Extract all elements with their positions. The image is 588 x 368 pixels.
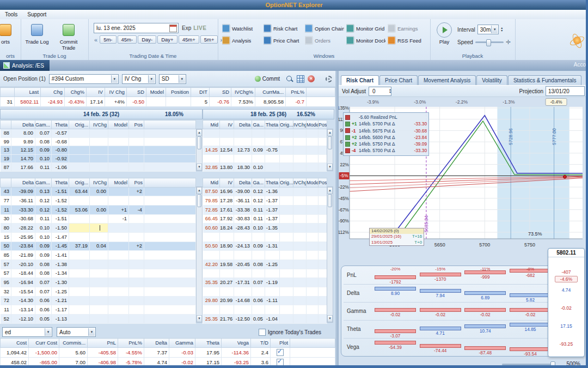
chain-cell[interactable] xyxy=(220,154,234,163)
speed-slider[interactable] xyxy=(475,41,504,43)
chain-cell[interactable] xyxy=(234,305,252,315)
chain-cell[interactable] xyxy=(129,196,144,206)
export-grid-icon[interactable] xyxy=(297,75,304,83)
chain-cell[interactable]: -23.84 xyxy=(11,242,35,251)
chain-cell[interactable]: 0.13 xyxy=(35,187,52,196)
chain-cell[interactable]: -1.45 xyxy=(52,242,69,251)
scroll-thumb[interactable] xyxy=(328,194,332,207)
chain-cell[interactable]: -1.35 xyxy=(265,224,280,233)
chain-cell[interactable]: -1.37 xyxy=(265,205,280,214)
mode-select[interactable]: Auto▾ xyxy=(57,327,96,337)
chain-row[interactable]: 30-30.680.11-1.51-1 xyxy=(1,214,196,224)
chain-cell[interactable] xyxy=(280,260,293,269)
chain-row[interactable] xyxy=(203,287,327,296)
chain-cell[interactable] xyxy=(318,146,327,155)
step-back-fast-button[interactable]: « xyxy=(93,37,99,43)
speed-slider-handle[interactable] xyxy=(486,39,491,46)
chain-cell[interactable]: -18.44 xyxy=(11,269,35,278)
chain-row[interactable]: 32-15.540.07-1.25 xyxy=(1,287,196,296)
chain-cell[interactable]: 25.35 xyxy=(203,314,220,323)
plot-checkbox[interactable] xyxy=(277,359,284,365)
chain-cell[interactable] xyxy=(90,251,108,260)
chain-cell[interactable]: -36.11 xyxy=(234,196,252,206)
chain-row[interactable]: 999.890.08-0.68 xyxy=(1,137,196,146)
chain-cell[interactable] xyxy=(280,224,293,233)
chain-cell[interactable] xyxy=(280,305,293,315)
chain-cell[interactable]: 20.27 xyxy=(220,278,234,287)
chain-row[interactable] xyxy=(203,137,327,146)
live-toggle[interactable]: LIVE xyxy=(193,25,206,31)
chain-cell[interactable]: 72 xyxy=(1,296,11,305)
chain-cell[interactable]: 0.09 xyxy=(252,146,265,155)
chain-row[interactable] xyxy=(203,232,327,242)
reports-button[interactable]: orts xyxy=(0,22,20,50)
chain-cell[interactable] xyxy=(90,129,108,138)
chain-cell[interactable] xyxy=(318,251,327,260)
chain-cell[interactable] xyxy=(129,163,144,172)
chain-cell[interactable] xyxy=(318,260,327,269)
interval-select[interactable]: 30m▾ xyxy=(477,25,499,34)
chain-cell[interactable]: -1.52 xyxy=(52,196,69,206)
chain-cell[interactable]: 0.05 xyxy=(35,314,52,323)
chain-cell[interactable] xyxy=(203,287,220,296)
chain-cell[interactable]: 72.85 xyxy=(203,205,220,214)
chain-cell[interactable] xyxy=(108,305,129,315)
chain-cell[interactable] xyxy=(318,163,327,172)
chain-cell[interactable] xyxy=(129,305,144,315)
chain-row[interactable]: 25.3521.76-12.500.05-1.04 xyxy=(203,314,327,323)
chain-cell[interactable] xyxy=(108,260,129,269)
scroll-down-icon[interactable]: ▼ xyxy=(327,164,333,171)
chain-cell[interactable] xyxy=(108,296,129,305)
chain-cell[interactable]: 20.99 xyxy=(220,296,234,305)
vol-adjust-input[interactable]: 0 ▴▾ xyxy=(369,87,391,96)
chain-cell[interactable] xyxy=(69,314,90,323)
chain-cell[interactable] xyxy=(129,269,144,278)
chain-cell[interactable]: -30.83 xyxy=(234,214,252,224)
chain-cell[interactable]: 18.30 xyxy=(234,163,252,172)
chain-cell[interactable]: 85 xyxy=(1,251,11,260)
chain-cell[interactable] xyxy=(280,287,293,296)
chain-cell[interactable] xyxy=(252,305,265,315)
trade-log-button[interactable]: Trade Log xyxy=(23,22,51,50)
tab-statistics-fundamentals[interactable]: Statistics & Fundamentals xyxy=(508,75,582,85)
chain-cell[interactable] xyxy=(90,163,108,172)
chain-cell[interactable]: 43 xyxy=(1,187,11,196)
chain-cell[interactable]: -33.30 xyxy=(11,205,35,214)
chain-cell[interactable] xyxy=(265,232,280,242)
chain-row[interactable] xyxy=(203,129,327,138)
chain-cell[interactable] xyxy=(307,296,318,305)
ignore-trades-checkbox[interactable] xyxy=(259,329,266,336)
chain-cell[interactable] xyxy=(307,146,318,155)
chain-cell[interactable]: 63.44 xyxy=(69,187,90,196)
scroll-up-icon[interactable]: ▲ xyxy=(327,187,333,194)
chain-cell[interactable] xyxy=(90,146,108,155)
chain-cell[interactable] xyxy=(293,129,307,138)
chain-cell[interactable]: 0.10 xyxy=(35,224,52,233)
chain-cell[interactable] xyxy=(108,196,129,206)
chain-cell[interactable]: 15 xyxy=(1,232,11,242)
chain-cell[interactable]: -1.47 xyxy=(52,232,69,242)
chain-cell[interactable] xyxy=(293,154,307,163)
chain-cell[interactable] xyxy=(234,251,252,260)
chain-cell[interactable]: 9.89 xyxy=(11,137,35,146)
chain-cell[interactable]: -16.94 xyxy=(11,278,35,287)
trading-date-input[interactable]: lu. 13 ene. 2025 xyxy=(94,23,179,33)
chain-cell[interactable]: 12.15 xyxy=(11,146,35,155)
nav-button-5m[interactable]: 5m- xyxy=(100,35,116,44)
chain-cell[interactable] xyxy=(280,163,293,172)
chain-cell[interactable] xyxy=(203,129,220,138)
chain-cell[interactable]: -1.34 xyxy=(52,269,69,278)
chain-cell[interactable] xyxy=(307,163,318,172)
chain-row[interactable]: 1914.700.10-0.92 xyxy=(1,154,196,163)
chain-cell[interactable]: -1.31 xyxy=(265,242,280,251)
plot-checkbox[interactable] xyxy=(277,349,284,356)
chain-cell[interactable]: 0.11 xyxy=(252,214,265,224)
chain-cell[interactable] xyxy=(69,154,90,163)
chain-cell[interactable] xyxy=(108,146,129,155)
chain-cell[interactable]: 0.08 xyxy=(35,269,52,278)
chain-cell[interactable] xyxy=(293,287,307,296)
chain-cell[interactable] xyxy=(69,260,90,269)
chain-row[interactable]: 888.000.07-0.57 xyxy=(1,129,196,138)
chain-cell[interactable] xyxy=(90,224,108,233)
chain-cell[interactable] xyxy=(220,287,234,296)
